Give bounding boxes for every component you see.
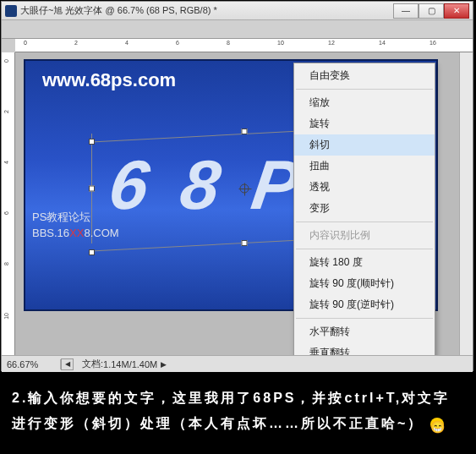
transform-handle[interactable] [89,139,95,145]
menu-flip-vertical[interactable]: 垂直翻转 [294,342,435,355]
menu-separator [296,318,433,319]
minimize-button[interactable]: — [393,3,419,19]
photoshop-window: 大眼仔~旭 光效字体 @ 66.7% (68 PS, RGB/8) * — ▢ … [1,1,473,371]
work-area: 0 2 4 6 8 10 www.68ps.com 6 8 P [2,52,473,355]
menu-content-aware: 内容识别比例 [294,225,435,246]
window-title: 大眼仔~旭 光效字体 @ 66.7% (68 PS, RGB/8) * [20,4,393,17]
watermark-url: www.68ps.com [42,69,176,91]
canvas-area[interactable]: www.68ps.com 6 8 P PS教程 [15,52,459,355]
menu-perspective[interactable]: 透视 [294,177,435,198]
ps-icon [5,5,17,17]
transform-handle[interactable] [89,249,95,255]
menu-separator [296,89,433,90]
ruler-vertical: 0 2 4 6 8 10 [2,52,15,355]
transform-context-menu: 自由变换 缩放 旋转 斜切 扭曲 透视 变形 内容识别比例 旋转 180 度 旋… [293,63,435,355]
watermark-site: BBS.16XX8.COM [32,227,119,239]
title-bar: 大眼仔~旭 光效字体 @ 66.7% (68 PS, RGB/8) * — ▢ … [2,2,473,20]
options-bar [2,20,473,39]
menu-flip-horizontal[interactable]: 水平翻转 [294,321,435,342]
scrollbar-vertical[interactable] [459,52,473,355]
ruler-horizontal: 0 2 4 6 8 10 12 14 16 [15,39,473,52]
window-controls: — ▢ ✕ [393,3,469,19]
tutorial-instruction: 2.输入你想要的文字，这里我用了68PS，并按ctrl+T,对文字进行变形（斜切… [0,372,476,451]
menu-distort[interactable]: 扭曲 [294,156,435,177]
status-bar: 66.67% ◀ 文档: 1.14M/1.40M ▶ [2,355,473,372]
transform-handle[interactable] [89,186,95,192]
maximize-button[interactable]: ▢ [419,3,444,19]
transform-handle[interactable] [242,240,248,246]
menu-scale[interactable]: 缩放 [294,92,435,113]
watermark-forum: PS教程论坛 [32,210,90,225]
grin-emoji [430,418,444,431]
scroll-left-icon[interactable]: ◀ [61,358,74,370]
chevron-right-icon[interactable]: ▶ [161,360,167,369]
menu-separator [296,222,433,222]
close-button[interactable]: ✕ [444,3,469,19]
transform-handle[interactable] [242,129,248,134]
menu-rotate[interactable]: 旋转 [294,113,435,134]
menu-rotate-90cw[interactable]: 旋转 90 度(顺时针) [294,273,435,294]
menu-rotate-180[interactable]: 旋转 180 度 [294,252,435,273]
transform-center[interactable] [240,184,249,194]
menu-skew[interactable]: 斜切 [294,134,435,156]
menu-rotate-90ccw[interactable]: 旋转 90 度(逆时针) [294,294,435,315]
zoom-level[interactable]: 66.67% [2,359,61,369]
menu-separator [296,249,433,249]
menu-warp[interactable]: 变形 [294,198,435,219]
document-info: 文档: 1.14M/1.40M ▶ [74,358,178,370]
menu-free-transform[interactable]: 自由变换 [294,65,435,86]
